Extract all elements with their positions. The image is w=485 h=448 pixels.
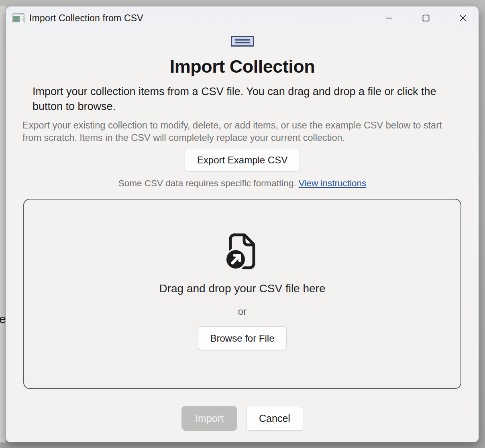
- import-button[interactable]: Import: [181, 406, 237, 431]
- minimize-icon: [385, 14, 393, 22]
- file-upload-icon: [222, 230, 263, 272]
- window-title: Import Collection from CSV: [29, 13, 143, 24]
- cancel-button[interactable]: Cancel: [246, 406, 303, 431]
- browse-for-file-button[interactable]: Browse for File: [198, 326, 286, 350]
- export-hint-text: Export your existing collection to modif…: [22, 119, 463, 144]
- app-icon: [12, 13, 24, 23]
- window-controls: [365, 9, 475, 27]
- background-window-edge: el: [0, 6, 6, 442]
- close-button[interactable]: [450, 9, 475, 27]
- format-note: Some CSV data requires specific formatti…: [6, 178, 479, 189]
- page-title: Import Collection: [6, 57, 479, 77]
- grip-widget[interactable]: [231, 36, 254, 47]
- close-icon: [458, 13, 468, 23]
- grip-line: [235, 39, 250, 41]
- view-instructions-link[interactable]: View instructions: [299, 178, 366, 188]
- maximize-button[interactable]: [414, 9, 438, 27]
- csv-dropzone[interactable]: Drag and drop your CSV file here or Brow…: [23, 199, 461, 389]
- minimize-button[interactable]: [377, 9, 401, 27]
- format-note-text: Some CSV data requires specific formatti…: [118, 178, 299, 188]
- dropzone-or-text: or: [238, 306, 247, 317]
- import-description: Import your collection items from a CSV …: [33, 84, 453, 114]
- titlebar: Import Collection from CSV: [6, 6, 479, 30]
- maximize-icon: [422, 14, 430, 22]
- export-example-csv-button[interactable]: Export Example CSV: [185, 149, 300, 171]
- dialog-actions: Import Cancel: [6, 406, 479, 431]
- background-window-partial-text: el: [0, 312, 6, 326]
- import-collection-dialog: Import Collection from CSV: [6, 6, 479, 442]
- grip-line: [235, 42, 250, 43]
- dropzone-label: Drag and drop your CSV file here: [159, 282, 326, 295]
